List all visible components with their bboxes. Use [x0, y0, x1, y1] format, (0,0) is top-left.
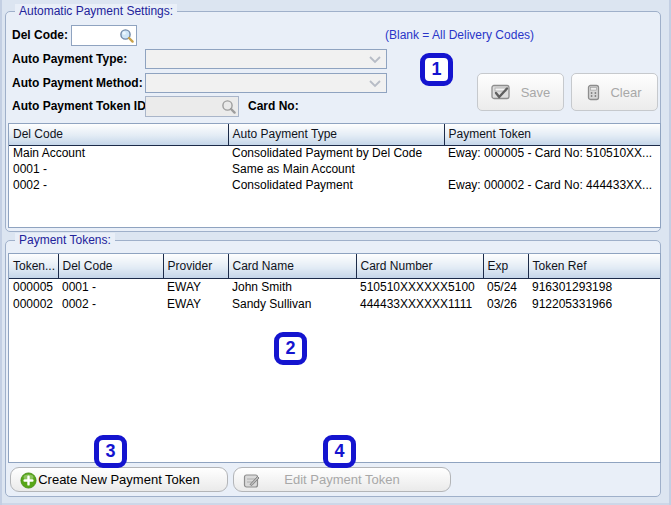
table-cell: 000002	[9, 295, 58, 312]
column-header[interactable]: Exp	[483, 254, 528, 278]
column-header[interactable]: Del Code	[9, 124, 228, 145]
column-header[interactable]: Del Code	[58, 254, 163, 278]
blank-delivery-codes-hint: (Blank = All Delivery Codes)	[385, 28, 534, 42]
column-header[interactable]: Card Name	[228, 254, 356, 278]
clear-button-label: Clear	[610, 85, 641, 100]
table-cell: EWAY	[163, 295, 228, 312]
edit-payment-token-button[interactable]: Edit Payment Token	[233, 467, 451, 492]
table-cell: 0002 -	[58, 295, 163, 312]
table-cell: Sandy Sullivan	[228, 295, 356, 312]
annotation-2: 2	[274, 332, 307, 365]
table-cell: 03/26	[483, 295, 528, 312]
table-row[interactable]: 0001 -Same as Main Account	[9, 161, 661, 177]
table-cell: Main Account	[9, 145, 228, 161]
table-cell: 916301293198	[528, 278, 661, 295]
table-cell: 000005	[9, 278, 58, 295]
clear-icon	[587, 84, 600, 101]
column-header[interactable]: Auto Payment Type	[228, 124, 444, 145]
del-code-label: Del Code:	[12, 28, 68, 42]
table-cell: 510510XXXXXX5100	[356, 278, 483, 295]
payment-tokens-table: Token...Del CodeProviderCard NameCard Nu…	[9, 254, 661, 312]
create-new-payment-token-button[interactable]: Create New Payment Token	[10, 467, 228, 492]
table-cell	[444, 161, 661, 177]
auto-payment-table-container: Del CodeAuto Payment TypePayment TokenMa…	[8, 123, 661, 228]
group-title-settings: Automatic Payment Settings:	[15, 4, 177, 19]
annotation-1: 1	[420, 53, 453, 86]
auto-payment-method-select[interactable]	[145, 73, 387, 93]
column-header[interactable]: Provider	[163, 254, 228, 278]
table-cell: Eway: 000005 - Card No: 510510XX...	[444, 145, 661, 161]
table-cell: Consolidated Payment	[228, 177, 444, 193]
chevron-down-icon	[369, 80, 381, 88]
payment-tokens-table-container: Token...Del CodeProviderCard NameCard Nu…	[8, 253, 661, 463]
table-cell: John Smith	[228, 278, 356, 295]
clear-button[interactable]: Clear	[571, 73, 658, 111]
create-button-label: Create New Payment Token	[38, 472, 200, 487]
auto-payment-token-id-label: Auto Payment Token ID:	[12, 99, 150, 113]
search-icon-disabled[interactable]	[221, 99, 237, 115]
column-header[interactable]: Card Number	[356, 254, 483, 278]
auto-payment-table: Del CodeAuto Payment TypePayment TokenMa…	[9, 124, 661, 193]
auto-payment-type-label: Auto Payment Type:	[12, 52, 127, 66]
auto-payment-method-label: Auto Payment Method:	[12, 76, 143, 90]
automatic-payment-settings-panel: Automatic Payment Settings: Del Code: (B…	[0, 0, 671, 505]
table-cell: 912205331966	[528, 295, 661, 312]
chevron-down-icon	[369, 56, 381, 64]
table-row[interactable]: Main AccountConsolidated Payment by Del …	[9, 145, 661, 161]
del-code-field[interactable]	[71, 25, 137, 46]
automatic-payment-settings-group: Automatic Payment Settings: Del Code: (B…	[5, 11, 661, 232]
table-row[interactable]: 0000020002 -EWAYSandy Sullivan444433XXXX…	[9, 295, 661, 312]
column-header[interactable]: Payment Token	[444, 124, 661, 145]
save-button-label: Save	[521, 85, 551, 100]
card-no-label: Card No:	[248, 99, 299, 113]
plus-icon	[20, 472, 37, 489]
table-cell: 444433XXXXXX1111	[356, 295, 483, 312]
table-cell: Eway: 000002 - Card No: 444433XX...	[444, 177, 661, 193]
table-cell: EWAY	[163, 278, 228, 295]
auto-payment-token-id-input[interactable]	[147, 98, 219, 115]
auto-payment-token-id-field[interactable]	[145, 96, 239, 117]
table-cell: 0001 -	[9, 161, 228, 177]
edit-icon	[243, 472, 260, 489]
annotation-4: 4	[323, 435, 356, 468]
save-button[interactable]: Save	[477, 73, 564, 111]
column-header[interactable]: Token...	[9, 254, 58, 278]
annotation-3: 3	[94, 435, 127, 468]
table-row[interactable]: 0000050001 -EWAYJohn Smith510510XXXXXX51…	[9, 278, 661, 295]
column-header[interactable]: Token Ref	[528, 254, 661, 278]
del-code-input[interactable]	[73, 27, 117, 44]
table-cell: 0001 -	[58, 278, 163, 295]
table-row[interactable]: 0002 -Consolidated PaymentEway: 000002 -…	[9, 177, 661, 193]
auto-payment-type-select[interactable]	[145, 49, 387, 69]
group-title-tokens: Payment Tokens:	[15, 233, 115, 248]
table-cell: 05/24	[483, 278, 528, 295]
table-cell: Same as Main Account	[228, 161, 444, 177]
search-icon[interactable]	[119, 28, 135, 44]
edit-button-label: Edit Payment Token	[284, 472, 399, 487]
table-cell: 0002 -	[9, 177, 228, 193]
table-cell: Consolidated Payment by Del Code	[228, 145, 444, 161]
save-icon	[491, 84, 511, 101]
